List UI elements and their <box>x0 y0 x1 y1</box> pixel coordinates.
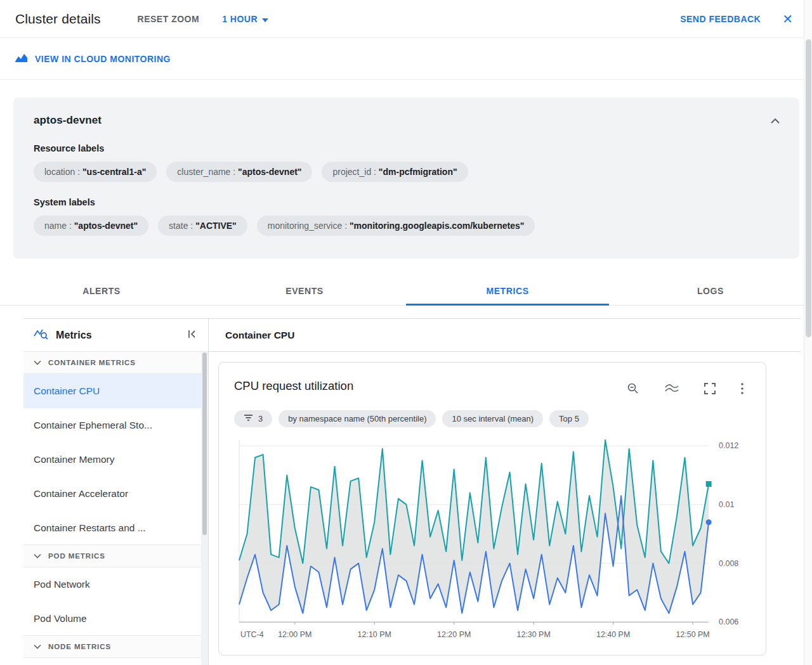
metrics-main-panel: Container CPU CPU request utilization <box>209 319 801 665</box>
cluster-summary-card: aptos-devnet Resource labels location : … <box>13 98 799 259</box>
metrics-content: Metrics CONTAINER METRICS Container CPU … <box>23 318 801 665</box>
section-pod-metrics[interactable]: POD METRICS <box>23 545 208 567</box>
area-chart-small-icon <box>15 53 28 65</box>
chart-type-button[interactable] <box>663 382 681 398</box>
system-label-chip: name : "aptos-devnet" <box>34 216 148 236</box>
resource-label-chip: cluster_name : "aptos-devnet" <box>166 162 312 182</box>
filter-count-chip[interactable]: 3 <box>234 410 272 427</box>
monitoring-link-label: VIEW IN CLOUD MONITORING <box>35 54 171 64</box>
tab-alerts[interactable]: ALERTS <box>0 276 203 306</box>
svg-text:12:50 PM: 12:50 PM <box>676 630 709 639</box>
sidebar-item-container-accelerator[interactable]: Container Accelerator <box>23 477 208 511</box>
sidebar-item-container-cpu[interactable]: Container CPU <box>23 374 208 408</box>
caret-down-icon <box>262 14 268 24</box>
resource-label-chip: project_id : "dm-pcfmigration" <box>322 162 468 182</box>
close-icon[interactable]: ✕ <box>780 11 796 27</box>
zoom-out-icon <box>627 382 639 397</box>
svg-text:0.012: 0.012 <box>719 441 738 450</box>
svg-text:12:10 PM: 12:10 PM <box>358 630 391 639</box>
section-container-metrics[interactable]: CONTAINER METRICS <box>23 351 208 374</box>
svg-text:0.01: 0.01 <box>719 500 734 509</box>
system-label-chip: state : "ACTIVE" <box>158 216 247 236</box>
tab-logs[interactable]: LOGS <box>609 276 812 306</box>
svg-text:12:30 PM: 12:30 PM <box>517 630 551 639</box>
sidebar-item-container-memory[interactable]: Container Memory <box>23 442 208 477</box>
section-node-metrics[interactable]: NODE METRICS <box>23 635 208 658</box>
resource-labels-title: Resource labels <box>34 143 782 153</box>
page-scrollbar[interactable] <box>804 0 812 665</box>
svg-text:UTC-4: UTC-4 <box>240 630 264 639</box>
collapse-card-button[interactable] <box>769 113 782 128</box>
cluster-details-panel: Cluster details RESET ZOOM 1 HOUR SEND F… <box>0 0 812 665</box>
top-count-chip[interactable]: Top 5 <box>549 410 589 427</box>
cpu-request-utilization-chart[interactable]: 12:00 PM12:10 PM12:20 PM12:30 PM12:40 PM… <box>234 432 750 647</box>
view-in-cloud-monitoring-link[interactable]: VIEW IN CLOUD MONITORING <box>15 53 171 65</box>
time-range-label: 1 HOUR <box>222 14 258 24</box>
sidebar-item-container-ephemeral-storage[interactable]: Container Ephemeral Sto... <box>23 408 208 442</box>
chart-card: CPU request utilization <box>218 362 766 655</box>
filter-list-icon <box>244 414 253 423</box>
page-title: Cluster details <box>15 11 101 27</box>
chevron-down-icon <box>34 552 41 560</box>
zoom-out-button[interactable] <box>625 380 641 399</box>
resource-labels-row: location : "us-central1-a" cluster_name … <box>34 162 782 182</box>
collapse-panel-icon <box>187 330 197 341</box>
system-label-chip: monitoring_service : "monitoring.googlea… <box>257 216 535 236</box>
sidebar-scrollbar-thumb[interactable] <box>202 352 207 535</box>
time-range-selector[interactable]: 1 HOUR <box>222 14 268 24</box>
system-labels-row: name : "aptos-devnet" state : "ACTIVE" m… <box>34 216 782 236</box>
chevron-down-icon <box>34 643 41 650</box>
tab-bar: ALERTS EVENTS METRICS LOGS <box>0 276 812 306</box>
more-vert-icon <box>741 383 743 397</box>
send-feedback-link[interactable]: SEND FEEDBACK <box>680 14 761 24</box>
fullscreen-button[interactable] <box>702 381 717 399</box>
collapse-sidebar-button[interactable] <box>185 328 199 343</box>
system-labels-title: System labels <box>34 197 782 207</box>
svg-text:12:40 PM: 12:40 PM <box>596 630 630 639</box>
fullscreen-icon <box>704 383 716 397</box>
sidebar-title: Metrics <box>56 330 178 341</box>
metrics-sidebar-header: Metrics <box>23 319 208 352</box>
sidebar-item-pod-volume[interactable]: Pod Volume <box>23 602 208 636</box>
chevron-up-icon <box>771 115 780 126</box>
metric-group-title: Container CPU <box>209 319 801 352</box>
tab-events[interactable]: EVENTS <box>203 276 406 306</box>
svg-text:0.008: 0.008 <box>719 559 738 568</box>
svg-text:12:00 PM: 12:00 PM <box>278 630 311 639</box>
page-scrollbar-thumb[interactable] <box>806 39 811 337</box>
sidebar-scrollbar[interactable] <box>201 352 208 665</box>
area-chart-icon <box>665 384 679 396</box>
interval-chip[interactable]: 10 sec interval (mean) <box>442 410 543 427</box>
top-bar: Cluster details RESET ZOOM 1 HOUR SEND F… <box>0 0 812 38</box>
resource-label-chip: location : "us-central1-a" <box>34 162 157 182</box>
cluster-name: aptos-devnet <box>34 114 102 127</box>
svg-text:0.006: 0.006 <box>719 617 738 626</box>
chart-filter-row: 3 by namespace name (50th percentile) 10… <box>234 410 750 427</box>
metrics-sidebar: Metrics CONTAINER METRICS Container CPU … <box>23 319 209 665</box>
chevron-down-icon <box>34 359 41 366</box>
groupby-chip[interactable]: by namespace name (50th percentile) <box>278 410 436 427</box>
sidebar-item-container-restarts[interactable]: Container Restarts and ... <box>23 511 208 545</box>
reset-zoom-button[interactable]: RESET ZOOM <box>138 14 200 24</box>
chart-actions <box>625 380 750 399</box>
sidebar-item-pod-network[interactable]: Pod Network <box>23 567 208 602</box>
more-options-button[interactable] <box>739 381 745 399</box>
tab-metrics[interactable]: METRICS <box>406 276 609 306</box>
monitoring-link-bar: VIEW IN CLOUD MONITORING <box>0 38 812 80</box>
svg-text:12:20 PM: 12:20 PM <box>437 630 471 639</box>
metrics-explorer-icon <box>33 328 48 343</box>
chart-title: CPU request utilization <box>234 379 353 393</box>
